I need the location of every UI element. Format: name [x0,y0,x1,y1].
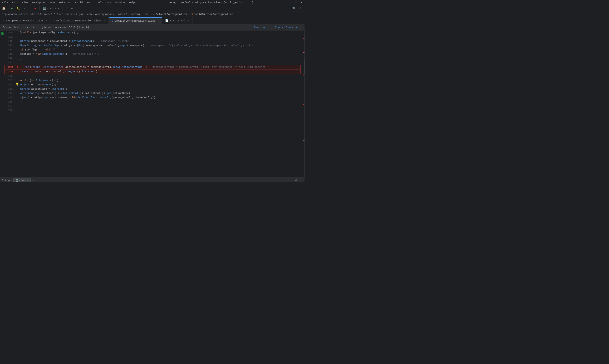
line-content-356: } [19,100,301,104]
line-content-353: String actionName = (String) o; [19,87,301,91]
menu-code[interactable]: Code [49,1,55,4]
breadcrumb-sep6: › [151,13,152,16]
search-btn[interactable]: 🔍 [291,6,297,10]
line-number-357: 357 [4,104,15,108]
breadcrumb-com[interactable]: com [87,13,92,16]
left-gutter [0,30,4,177]
right-indicator-6 [303,155,305,155]
tab-default-action-invocation[interactable]: ☕ DefaultActionInvocation.class ✕ [51,17,109,24]
remote-session-icon: 💻 [15,179,18,182]
right-indicator-5 [303,140,305,141]
sync-btn[interactable]: ↺ [75,6,80,10]
code-line-356: 356 } [4,100,301,104]
menu-help[interactable]: Help [129,1,135,4]
debug-minimize-icon[interactable]: ─ [301,179,303,182]
run-indicator [1,32,4,35]
breadcrumb-config[interactable]: config [130,13,140,16]
tab-close-2[interactable]: ✕ [104,19,106,22]
remote-label: remote [47,7,57,10]
code-editor[interactable]: 340 } while (packageConfig.isAbstract())… [4,30,301,177]
line-content-352: Object o = var8.next(); [19,83,301,87]
close-debug-tab[interactable]: ✕ [33,179,34,182]
debug-settings-icon[interactable]: ⚙ [296,178,297,182]
settings-btn[interactable]: ⚙ [298,6,303,10]
code-line-355: 355 ((Map) configs).put(actionName, this… [4,95,301,100]
breadcrumb-class[interactable]: DefaultConfiguration [155,13,187,16]
tab-icon-3: ☕ [112,19,113,22]
line-number-340: 340 [4,30,15,35]
breadcrumb-opensymphony[interactable]: opensymphony [95,13,114,16]
coverage-btn[interactable]: ◎ [70,6,75,10]
tab-default-configuration[interactable]: ☕ DefaultConfiguration.class ✕ [109,17,162,24]
breadcrumb-root[interactable]: org.apache.struts_struts2-core-6.3.0-atl… [2,13,83,16]
breakpoint-348: ● [16,65,18,69]
tab-icon-2: ☕ [53,19,55,22]
choose-sources-link[interactable]: Choose Sources... [275,26,302,29]
code-line-351: 351 while (var8.hasNext()) { [4,78,301,83]
line-number-343: 343 [4,43,15,48]
breadcrumb-impl[interactable]: impl [143,13,150,16]
menu-bar[interactable]: File Edit View Navigate Code Refactor Bu… [2,1,135,4]
right-scrollbar[interactable] [301,30,305,177]
download-link[interactable]: Download... [254,26,271,29]
line-content-345: configs = new LinkedHashMap(); configs: … [19,52,301,56]
tab-close-4[interactable]: ✕ [188,19,190,22]
bulb-icon-352: 💡 [15,83,19,86]
profile-btn[interactable]: ⚡ [65,6,69,10]
breadcrumb-method[interactable]: buildRuntimeConfiguration [194,13,233,16]
line-gutter-348: ● [15,65,20,69]
menu-refactor[interactable]: Refactor [59,1,71,4]
line-content-342: String namespace = packageConfig.getName… [19,39,301,43]
menu-edit[interactable]: Edit [12,1,18,4]
line-number-348: 348 [4,65,15,69]
tab-close-1[interactable]: ✕ [46,19,47,22]
menu-run[interactable]: Run [87,1,91,4]
code-line-348: 348 ● → Map<String, ActionConfig> action… [4,65,301,69]
step-into-btn[interactable]: ↓ [28,6,32,10]
line-content-340: } while (packageConfig.isAbstract()); [19,30,301,35]
line-number-356: 356 [4,100,15,104]
tab-label-3: DefaultConfiguration.class [115,20,155,22]
line-number-353: 353 [4,87,15,91]
code-line-353: 353 String actionName = (String) o; [4,87,301,91]
right-indicator-3 [303,82,305,82]
tab-struts-xml[interactable]: 📄 struts.xml ✕ [162,17,193,24]
menu-navigate[interactable]: Navigate [32,1,45,4]
remote-config-btn[interactable]: 💻 remote ▾ [41,6,60,10]
run-btn[interactable]: ▶ [10,6,14,10]
line-number-344: 344 [4,48,15,52]
tab-icon-1: ☕ [3,19,4,22]
tab-close-3[interactable]: ✕ [158,20,159,22]
breadcrumb-sep3: › [115,13,117,16]
breadcrumb-sep5: › [141,13,143,16]
tab-icon-4: 📄 [165,19,168,22]
window-title: debug - DefaultConfiguration.class [antl… [135,1,287,4]
right-indicator-4 [303,111,305,111]
window-controls[interactable]: ─ □ ✕ [289,0,303,4]
main-area: 340 } while (packageConfig.isAbstract())… [0,30,305,177]
menu-vcs[interactable]: VCS [107,1,112,4]
menu-tools[interactable]: Tools [95,1,103,4]
stop-btn[interactable]: ■ [33,6,38,10]
line-number-349: 349 [4,69,15,74]
tab-setup-restore[interactable]: ☕ SetupRestoreAction.class ✕ [0,17,51,24]
line-number-342: 342 [4,39,15,43]
banner-links[interactable]: Download... Choose Sources... [254,26,302,29]
project-icon: 🏠 [2,6,6,10]
menu-view[interactable]: View [22,1,28,4]
line-number-347: 347 [4,60,15,65]
code-line-340: 340 } while (packageConfig.isAbstract())… [4,30,301,35]
code-line-354: 354 ActionConfig baseConfig = (ActionCon… [4,91,301,95]
breadcrumb-xwork2[interactable]: xwork2 [117,13,127,16]
step-over-btn[interactable]: ↷ [22,6,27,10]
remote-dropdown-icon[interactable]: ▾ [58,7,59,10]
tab-label-1: SetupRestoreAction.class [6,19,43,22]
menu-build[interactable]: Build [75,1,83,4]
menu-window[interactable]: Window [115,1,125,4]
scrollbar-thumb[interactable] [304,60,305,74]
menu-file[interactable]: File [2,1,8,4]
tab-overflow[interactable]: ⋮ [298,17,305,24]
debug-header: Debug: 💻 remote ✕ ⚙ ─ [0,177,305,182]
remote-session-btn[interactable]: 💻 remote [13,178,31,182]
debug-run-btn[interactable]: 🐛 [15,6,21,10]
